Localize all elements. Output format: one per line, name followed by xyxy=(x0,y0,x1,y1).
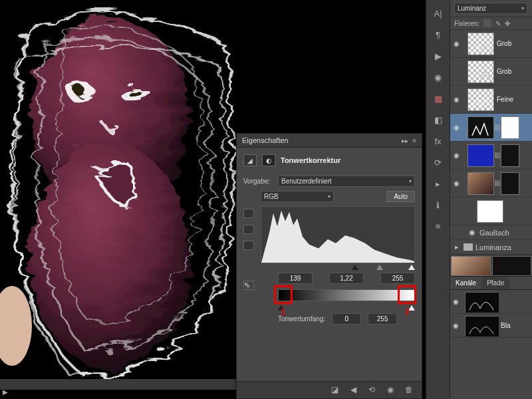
layer-mask-thumbnail[interactable] xyxy=(501,116,519,139)
levels-adjustment-icon[interactable]: ◢ xyxy=(243,154,257,166)
input-levels-slider[interactable] xyxy=(278,263,415,270)
visibility-toggle-icon[interactable]: ◉ xyxy=(452,124,461,131)
output-white-field[interactable] xyxy=(368,313,397,325)
chevron-right-icon[interactable]: ▸ xyxy=(453,243,461,251)
output-levels-slider[interactable] xyxy=(278,303,415,311)
panel-menu-icon[interactable]: ≡ xyxy=(412,137,416,144)
output-levels-gradient[interactable] xyxy=(278,289,415,301)
layer-thumbnail[interactable] xyxy=(467,33,494,55)
layer-name[interactable]: Grob xyxy=(494,40,511,47)
lock-transparency-icon[interactable] xyxy=(483,19,491,27)
input-black-field[interactable] xyxy=(278,273,313,284)
layer-item[interactable]: Grob xyxy=(450,58,532,86)
layer-link-icon[interactable]: ⛓ xyxy=(494,180,501,187)
layer-strip xyxy=(450,255,532,276)
channel-thumbnail[interactable] xyxy=(465,292,498,312)
layer-thumbnail[interactable] xyxy=(492,256,532,276)
channel-thumbnail[interactable] xyxy=(465,316,498,336)
black-point-eyedropper-icon[interactable] xyxy=(243,209,254,218)
visibility-toggle-icon[interactable]: ◉ xyxy=(453,322,462,329)
previous-state-icon[interactable]: ◀ xyxy=(347,385,359,396)
input-mid-field[interactable] xyxy=(329,273,364,284)
properties-panel: Eigenschaften ▸▸ ≡ ◢ ◐ Tonwertkorrektur … xyxy=(236,133,422,399)
adjustment-name: Tonwertkorrektur xyxy=(281,156,340,164)
edit-points-icon[interactable]: ✎ xyxy=(243,281,254,290)
input-white-handle[interactable] xyxy=(408,265,415,270)
layer-name[interactable]: Feine xyxy=(494,96,513,103)
input-mid-handle[interactable] xyxy=(376,265,383,270)
tab-paths[interactable]: Pfade xyxy=(481,277,509,289)
adjustment-layer-icon[interactable] xyxy=(467,116,494,139)
canvas-viewport[interactable] xyxy=(0,0,246,379)
layer-link-icon[interactable]: ⛓ xyxy=(494,152,501,159)
preset-select[interactable]: Benutzerdefiniert ▾ xyxy=(278,176,415,187)
annotation-label-right: 2 xyxy=(405,307,410,317)
styles-panel-icon[interactable]: fx xyxy=(429,133,448,149)
visibility-toggle-icon[interactable]: ◉ xyxy=(452,40,461,47)
properties-panel-icon[interactable]: ≡ xyxy=(429,218,448,234)
auto-button[interactable]: Auto xyxy=(386,191,415,202)
layer-thumbnail[interactable] xyxy=(451,256,491,276)
layer-name[interactable]: Grob xyxy=(494,68,511,75)
visibility-toggle-icon[interactable]: ◉ xyxy=(452,152,461,159)
visibility-toggle-icon[interactable]: ◉ xyxy=(452,96,461,103)
delete-adjustment-icon[interactable]: 🗑 xyxy=(403,385,415,396)
output-black-field[interactable] xyxy=(332,313,361,325)
gray-point-eyedropper-icon[interactable] xyxy=(243,225,254,234)
color-panel-icon[interactable]: ◉ xyxy=(429,69,448,85)
chevron-down-icon: ▾ xyxy=(409,178,412,184)
layer-mask-thumbnail[interactable] xyxy=(501,172,519,195)
layer-thumbnail[interactable] xyxy=(467,61,494,83)
layer-group-row[interactable]: ▸ Luminanza xyxy=(450,240,532,255)
channel-name: Bla xyxy=(501,322,510,329)
adjustment-layer-icon[interactable] xyxy=(467,144,494,167)
clip-to-layer-icon[interactable]: ◪ xyxy=(329,385,340,396)
visibility-toggle-icon[interactable]: ◉ xyxy=(452,180,461,187)
history-panel-icon[interactable]: ⟳ xyxy=(429,154,448,170)
layer-mask-thumbnail[interactable] xyxy=(501,144,519,167)
layer-group-name[interactable]: Luminanza xyxy=(475,243,511,251)
layer-thumbnail[interactable] xyxy=(467,172,494,195)
navigator-panel-icon[interactable]: ▶ xyxy=(429,48,448,64)
layer-thumbnail[interactable] xyxy=(477,200,503,223)
channel-select[interactable]: RGB ▾ xyxy=(261,191,334,202)
input-white-field[interactable] xyxy=(380,273,415,284)
layer-item[interactable] xyxy=(450,198,532,225)
actions-panel-icon[interactable]: ▸ xyxy=(429,176,448,192)
smart-filter-row[interactable]: ◉ Gaußsch xyxy=(450,225,532,240)
lock-position-icon[interactable]: ✥ xyxy=(505,20,510,27)
lock-pixels-icon[interactable]: ✎ xyxy=(495,20,501,27)
channel-item[interactable]: ◉ Bla xyxy=(450,314,532,338)
svg-point-6 xyxy=(128,86,138,97)
layer-item-selected[interactable]: ◉ ⛓ xyxy=(450,114,532,142)
layer-thumbnail[interactable] xyxy=(467,88,494,111)
visibility-toggle-icon[interactable]: ◉ xyxy=(469,228,475,237)
canvas-scrollbar-horizontal[interactable] xyxy=(0,379,246,390)
layer-link-icon[interactable]: ⛓ xyxy=(494,124,501,131)
layer-item[interactable]: ◉ Grob xyxy=(450,30,532,58)
input-black-handle[interactable] xyxy=(352,265,358,270)
layer-item[interactable]: ◉ Feine xyxy=(450,86,532,114)
layer-lock-row: Fixieren: ✎ ✥ xyxy=(450,17,532,30)
layer-item[interactable]: ◉ ⛓ xyxy=(450,142,532,170)
layer-item[interactable]: ◉ ⛓ xyxy=(450,170,532,198)
channel-item[interactable]: ◉ xyxy=(450,290,532,314)
white-point-eyedropper-icon[interactable] xyxy=(243,241,254,250)
properties-panel-header[interactable]: Eigenschaften ▸▸ ≡ xyxy=(237,134,422,148)
swatches-panel-icon[interactable]: ▦ xyxy=(429,90,448,106)
info-panel-icon[interactable]: ℹ xyxy=(429,197,448,213)
paragraph-panel-icon[interactable]: ¶ xyxy=(429,27,448,43)
collapse-icon[interactable]: ▸▸ xyxy=(402,137,408,144)
adjustments-panel-icon[interactable]: ◧ xyxy=(429,112,448,128)
reset-icon[interactable]: ⟲ xyxy=(366,385,378,396)
preset-value: Benutzerdefiniert xyxy=(281,178,332,185)
chevron-down-icon: ▾ xyxy=(328,194,331,200)
histogram[interactable] xyxy=(261,206,415,263)
type-tool-icon[interactable]: A| xyxy=(429,5,448,21)
visibility-toggle-icon[interactable]: ◉ xyxy=(453,298,462,305)
timeline-play-icon[interactable]: ▶ xyxy=(3,388,8,396)
tab-channels[interactable]: Kanäle xyxy=(450,277,481,289)
toggle-visibility-icon[interactable]: ◉ xyxy=(384,385,396,396)
mask-mode-icon[interactable]: ◐ xyxy=(262,154,275,166)
blend-mode-select[interactable]: Luminanz ▾ xyxy=(454,3,527,14)
